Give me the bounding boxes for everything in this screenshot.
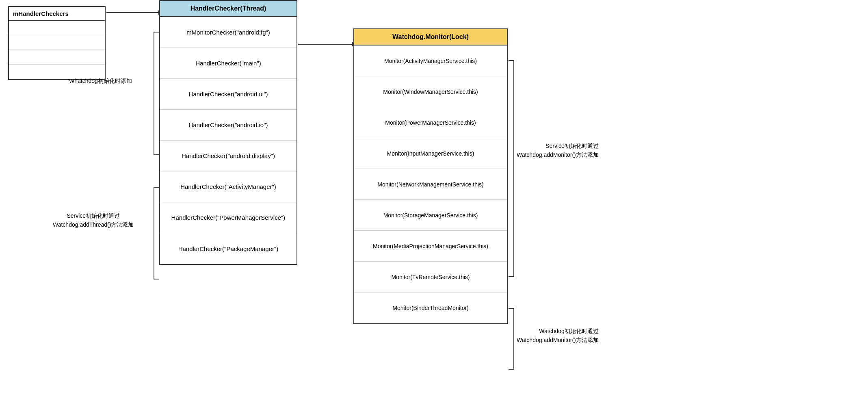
handler-cell-7: HandlerChecker("PackageManager") (160, 233, 297, 264)
watchdog-title: Watchdog.Monitor(Lock) (354, 29, 507, 45)
brace-service-monitor (509, 60, 514, 277)
label-service-init: Service初始化时通过 Watchdog.addThread()方法添加 (53, 211, 134, 230)
mhandler-row-3 (9, 50, 105, 65)
watchdog-cell-8: Monitor(BinderThreadMonitor) (354, 292, 507, 323)
label-watchdog-monitor: Watchdog初始化时通过 Watchdog.addMonitor()方法添加 (517, 327, 599, 345)
watchdog-cell-1: Monitor(WindowManagerService.this) (354, 76, 507, 107)
brace-service-init (154, 187, 159, 279)
handler-cell-1: HandlerChecker("main") (160, 48, 297, 79)
handler-checker-title: HandlerChecker(Thread) (160, 1, 297, 17)
watchdog-cell-6: Monitor(MediaProjectionManagerService.th… (354, 231, 507, 262)
handler-cell-5: HandlerChecker("ActivityManager") (160, 171, 297, 202)
watchdog-cell-0: Monitor(ActivityManagerService.this) (354, 45, 507, 76)
mhandler-rows (9, 21, 105, 79)
label-watchdog-init: Whatchdog初始化时添加 (69, 76, 132, 85)
mhandler-checkers-box: mHandlerCheckers (8, 6, 106, 80)
brace-watchdog-monitor (509, 308, 514, 370)
watchdog-cell-2: Monitor(PowerManagerService.this) (354, 107, 507, 138)
arrow-handler-to-watchdog (298, 44, 353, 45)
mhandler-row-1 (9, 21, 105, 35)
handler-cell-2: HandlerChecker("android.ui") (160, 79, 297, 110)
watchdog-cell-4: Monitor(NetworkManagementService.this) (354, 169, 507, 200)
watchdog-cell-5: Monitor(StorageManagerService.this) (354, 200, 507, 231)
watchdog-monitor-box: Watchdog.Monitor(Lock) Monitor(ActivityM… (353, 28, 508, 324)
handler-checker-box: HandlerChecker(Thread) mMonitorChecker("… (159, 0, 297, 265)
watchdog-cell-7: Monitor(TvRemoteService.this) (354, 262, 507, 292)
handler-cell-6: HandlerChecker("PowerManagerService") (160, 202, 297, 233)
mhandler-row-2 (9, 35, 105, 50)
label-service-monitor: Service初始化时通过 Watchdog.addMonitor()方法添加 (517, 141, 599, 160)
handler-cell-4: HandlerChecker("android.display") (160, 141, 297, 171)
watchdog-cell-3: Monitor(InputManagerService.this) (354, 138, 507, 169)
handler-cell-0: mMonitorChecker("android:fg") (160, 17, 297, 48)
handler-cell-3: HandlerChecker("android.io") (160, 110, 297, 141)
brace-watchdog-init (154, 32, 159, 155)
arrow-mhandler-to-handler (106, 12, 159, 13)
diagram-container: mHandlerCheckers HandlerChecker(Thread) … (0, 0, 868, 405)
mhandler-title: mHandlerCheckers (9, 7, 105, 21)
